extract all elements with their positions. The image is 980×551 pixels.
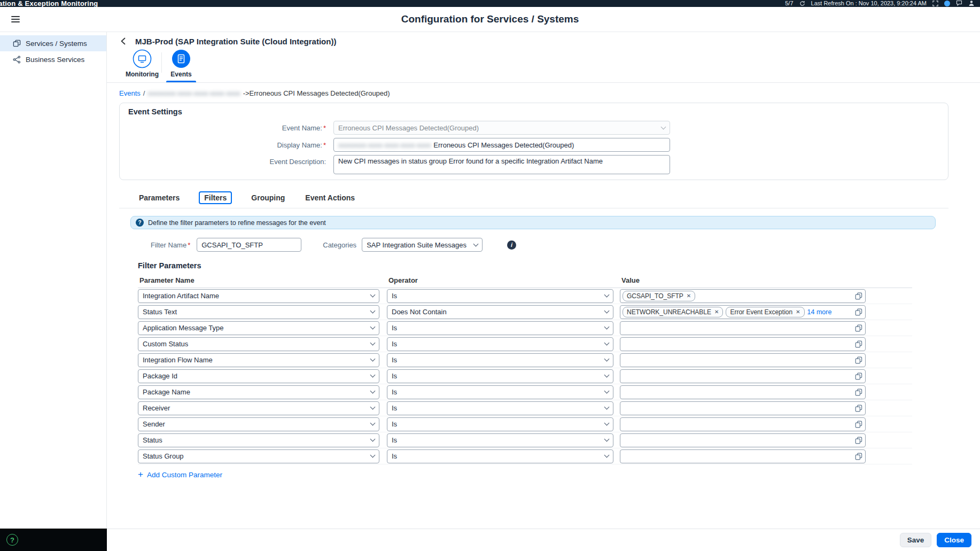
value-help-icon[interactable] bbox=[855, 437, 862, 444]
share-icon bbox=[13, 56, 21, 64]
parameter-name-select[interactable]: Application Message Type bbox=[138, 321, 379, 335]
breadcrumb-events-link[interactable]: Events bbox=[119, 89, 141, 97]
display-name-input[interactable]: xxxxxxxx-xxxx-xxxx-xxxx-xxxx Erroneous C… bbox=[333, 138, 670, 152]
value-input[interactable]: NETWORK_UNREACHABLE✕Error Event Exceptio… bbox=[620, 305, 866, 319]
operator-select[interactable]: Is bbox=[387, 369, 613, 383]
operator-select[interactable]: Does Not Contain bbox=[387, 305, 613, 319]
parameter-name-select[interactable]: Status Group bbox=[138, 449, 379, 463]
event-description-label: Event Description: bbox=[128, 158, 326, 166]
close-button[interactable]: Close bbox=[937, 533, 971, 547]
footer-bar: ? Save Close bbox=[0, 529, 980, 551]
chevron-down-icon bbox=[370, 389, 376, 394]
tab-label: Monitoring bbox=[126, 71, 159, 78]
parameter-name-select[interactable]: Receiver bbox=[138, 401, 379, 415]
help-button[interactable]: ? bbox=[6, 534, 18, 546]
parameter-name-select[interactable]: Status bbox=[138, 433, 379, 447]
value-input[interactable] bbox=[620, 433, 866, 447]
value-help-icon[interactable] bbox=[855, 453, 862, 460]
tab-filters[interactable]: Filters bbox=[199, 191, 232, 204]
value-token[interactable]: GCSAPI_TO_SFTP✕ bbox=[623, 291, 695, 301]
info-icon[interactable]: i bbox=[507, 240, 516, 250]
value-input[interactable]: GCSAPI_TO_SFTP✕ bbox=[620, 289, 866, 303]
refresh-icon[interactable] bbox=[799, 1, 805, 6]
filter-name-label: Filter Name* bbox=[151, 241, 190, 249]
value-help-icon[interactable] bbox=[855, 356, 862, 364]
value-help-icon[interactable] bbox=[855, 405, 862, 412]
value-input[interactable] bbox=[620, 385, 866, 399]
value-token[interactable]: NETWORK_UNREACHABLE✕ bbox=[623, 307, 723, 317]
parameter-name-select[interactable]: Package Id bbox=[138, 369, 379, 383]
token-remove-icon[interactable]: ✕ bbox=[687, 293, 691, 299]
chevron-down-icon bbox=[604, 421, 610, 426]
tab-event-actions[interactable]: Event Actions bbox=[304, 192, 356, 204]
operator-value: Is bbox=[392, 372, 397, 380]
operator-select[interactable]: Is bbox=[387, 401, 613, 415]
value-input[interactable] bbox=[620, 449, 866, 463]
parameter-name-select[interactable]: Custom Status bbox=[138, 337, 379, 351]
value-help-icon[interactable] bbox=[855, 372, 862, 380]
assistant-icon[interactable] bbox=[944, 1, 950, 6]
parameter-name-select[interactable]: Sender bbox=[138, 417, 379, 431]
filter-parameter-row: Status Group Is bbox=[138, 448, 912, 464]
tab-strip-divider bbox=[119, 208, 948, 208]
chevron-down-icon bbox=[604, 453, 610, 458]
parameter-name-select[interactable]: Status Text bbox=[138, 305, 379, 319]
icon-tab-bar: Monitoring Events bbox=[107, 49, 980, 82]
value-help-icon[interactable] bbox=[855, 421, 862, 428]
tab-events[interactable]: Events bbox=[162, 49, 200, 82]
parameter-name-select[interactable]: Integration Flow Name bbox=[138, 353, 379, 367]
operator-select[interactable]: Is bbox=[387, 433, 613, 447]
expand-icon[interactable] bbox=[932, 1, 938, 6]
sidebar-item-services-systems[interactable]: Services / Systems bbox=[0, 35, 106, 51]
user-icon[interactable] bbox=[968, 0, 975, 6]
operator-select[interactable]: Is bbox=[387, 353, 613, 367]
operator-select[interactable]: Is bbox=[387, 337, 613, 351]
operator-select[interactable]: Is bbox=[387, 289, 613, 303]
value-input[interactable] bbox=[620, 401, 866, 415]
tab-parameters[interactable]: Parameters bbox=[138, 192, 181, 204]
value-help-icon[interactable] bbox=[855, 389, 862, 396]
chevron-down-icon bbox=[661, 124, 666, 129]
tab-monitoring[interactable]: Monitoring bbox=[123, 49, 161, 82]
chevron-down-icon bbox=[473, 241, 479, 246]
sidebar-item-business-services[interactable]: Business Services bbox=[0, 51, 106, 67]
menu-icon[interactable] bbox=[9, 14, 22, 25]
parameter-name-value: Application Message Type bbox=[143, 324, 224, 332]
tab-grouping[interactable]: Grouping bbox=[250, 192, 286, 204]
categories-select[interactable]: SAP Integration Suite Messages bbox=[362, 238, 483, 252]
token-remove-icon[interactable]: ✕ bbox=[796, 309, 800, 315]
value-input[interactable] bbox=[620, 417, 866, 431]
required-marker: * bbox=[323, 124, 326, 132]
operator-select[interactable]: Is bbox=[387, 321, 613, 335]
required-marker: * bbox=[323, 141, 326, 149]
value-help-icon[interactable] bbox=[855, 324, 862, 332]
system-title: MJB-Prod (SAP Integration Suite (Cloud I… bbox=[135, 37, 336, 46]
feedback-icon[interactable] bbox=[956, 0, 962, 6]
main-content: MJB-Prod (SAP Integration Suite (Cloud I… bbox=[107, 32, 980, 529]
operator-select[interactable]: Is bbox=[387, 417, 613, 431]
operator-select[interactable]: Is bbox=[387, 449, 613, 463]
value-input[interactable] bbox=[620, 369, 866, 383]
parameter-name-select[interactable]: Package Name bbox=[138, 385, 379, 399]
filter-name-input[interactable] bbox=[197, 238, 301, 252]
save-button[interactable]: Save bbox=[900, 533, 932, 547]
value-input[interactable] bbox=[620, 337, 866, 351]
parameter-name-select[interactable]: Integration Artifact Name bbox=[138, 289, 379, 303]
value-help-icon[interactable] bbox=[855, 340, 862, 348]
value-help-icon[interactable] bbox=[855, 308, 862, 316]
add-custom-parameter-button[interactable]: + Add Custom Parameter bbox=[138, 471, 222, 479]
event-name-select[interactable]: Erroneous CPI Messages Detected(Grouped) bbox=[333, 121, 670, 135]
token-remove-icon[interactable]: ✕ bbox=[714, 309, 719, 315]
value-token[interactable]: Error Event Exception✕ bbox=[726, 307, 804, 317]
operator-value: Is bbox=[392, 420, 397, 428]
event-description-textarea[interactable]: New CPI messages in status group Error f… bbox=[333, 155, 670, 174]
event-name-label: Event Name:* bbox=[128, 124, 326, 132]
more-tokens-link[interactable]: 14 more bbox=[807, 308, 832, 316]
value-input[interactable] bbox=[620, 353, 866, 367]
operator-select[interactable]: Is bbox=[387, 385, 613, 399]
chevron-down-icon bbox=[370, 308, 376, 314]
value-input[interactable] bbox=[620, 321, 866, 335]
back-button[interactable] bbox=[119, 36, 128, 46]
operator-value: Is bbox=[392, 436, 397, 444]
value-help-icon[interactable] bbox=[855, 292, 862, 300]
